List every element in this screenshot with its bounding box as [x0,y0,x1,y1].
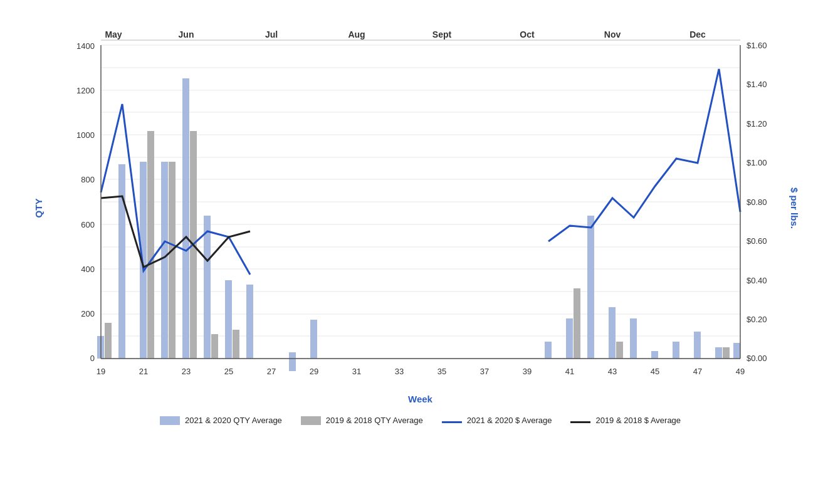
y-left-axis-label: QTY [33,199,43,218]
legend-item-black-line: 2019 & 2018 $ Average [570,416,681,425]
svg-text:$0.80: $0.80 [747,197,767,207]
svg-text:43: 43 [607,367,616,376]
svg-text:0: 0 [90,354,94,363]
svg-text:200: 200 [81,309,95,318]
legend-label-blue-bar: 2021 & 2020 QTY Average [185,416,282,425]
bar-gray-w19 [105,323,112,359]
svg-text:31: 31 [352,367,360,376]
legend-swatch-blue-bar [160,416,180,425]
bar-blue-w42 [587,216,594,359]
svg-text:Oct: Oct [520,29,535,39]
bar-gray-w25 [233,330,239,359]
svg-text:600: 600 [81,220,95,229]
bar-gray-w22 [169,162,176,359]
svg-text:800: 800 [81,175,95,184]
bar-blue-w22 [161,162,168,359]
svg-text:Aug: Aug [348,29,365,39]
svg-text:$0.20: $0.20 [747,315,767,324]
svg-text:1000: 1000 [76,130,95,140]
svg-text:37: 37 [480,367,488,376]
bar-blue-w40 [545,342,552,359]
bar-blue-w29 [310,320,317,359]
chart-legend: 2021 & 2020 QTY Average 2019 & 2018 QTY … [63,416,778,425]
svg-text:25: 25 [224,367,233,376]
svg-text:Sept: Sept [432,29,451,39]
chart-container: QTY $ per lbs. text.axis { font-family: … [13,14,815,490]
bar-blue-w49 [733,343,740,359]
chart-area: QTY $ per lbs. text.axis { font-family: … [63,26,778,390]
svg-text:35: 35 [437,367,446,376]
bar-blue-w46 [673,342,679,359]
bar-blue-w41 [566,318,573,359]
svg-text:Nov: Nov [604,29,621,39]
svg-text:19: 19 [96,367,105,376]
svg-text:$1.60: $1.60 [747,41,767,50]
bar-gray-w24 [211,334,218,359]
svg-text:$0.00: $0.00 [747,354,767,363]
line-blue-segment2 [548,69,740,241]
bar-blue-w47 [694,332,701,359]
svg-text:47: 47 [693,367,701,376]
legend-item-blue-line: 2021 & 2020 $ Average [442,416,552,425]
bar-blue-w20 [118,164,125,359]
svg-text:1400: 1400 [76,41,95,51]
svg-text:21: 21 [139,367,147,376]
svg-text:23: 23 [181,367,190,376]
svg-text:Jun: Jun [178,29,194,39]
legend-item-blue-bar: 2021 & 2020 QTY Average [160,416,282,425]
legend-label-gray-bar: 2019 & 2018 QTY Average [326,416,423,425]
svg-text:$1.40: $1.40 [747,80,767,89]
bar-blue-w44 [630,318,637,359]
legend-swatch-black-line [570,421,590,423]
svg-text:$1.00: $1.00 [747,158,767,167]
bar-blue-w45 [651,351,658,359]
bar-blue-w25 [225,280,232,359]
legend-swatch-blue-line [442,421,462,423]
bar-blue-w28 [289,352,296,371]
svg-text:May: May [105,29,122,39]
svg-text:Jul: Jul [265,29,277,39]
svg-text:39: 39 [522,367,531,376]
svg-text:29: 29 [309,367,318,376]
svg-text:$1.20: $1.20 [747,119,767,129]
svg-text:Dec: Dec [689,29,706,39]
bar-blue-w23 [182,78,189,359]
main-chart-svg: text.axis { font-family: Arial, sans-ser… [63,26,778,390]
svg-text:1200: 1200 [76,86,95,95]
bar-blue-w26 [246,285,253,359]
legend-swatch-gray-bar [301,416,321,425]
svg-text:$0.40: $0.40 [747,276,767,285]
bar-gray-w48 [723,347,730,359]
y-right-axis-label: $ per lbs. [789,187,800,229]
bar-gray-w43 [616,342,623,359]
bar-gray-w41 [574,288,580,359]
svg-text:41: 41 [565,367,574,376]
svg-text:$0.60: $0.60 [747,236,767,246]
legend-item-gray-bar: 2019 & 2018 QTY Average [301,416,423,425]
svg-text:400: 400 [81,265,95,274]
bar-blue-w43 [609,307,616,359]
svg-text:33: 33 [394,367,403,376]
svg-text:49: 49 [735,367,744,376]
bar-blue-w24 [204,216,211,359]
legend-label-blue-line: 2021 & 2020 $ Average [467,416,552,425]
x-axis-label: Week [63,394,778,404]
svg-text:45: 45 [650,367,659,376]
svg-text:27: 27 [266,367,275,376]
legend-label-black-line: 2019 & 2018 $ Average [595,416,681,425]
bar-blue-w48 [715,347,722,359]
bar-gray-w21 [147,131,154,359]
